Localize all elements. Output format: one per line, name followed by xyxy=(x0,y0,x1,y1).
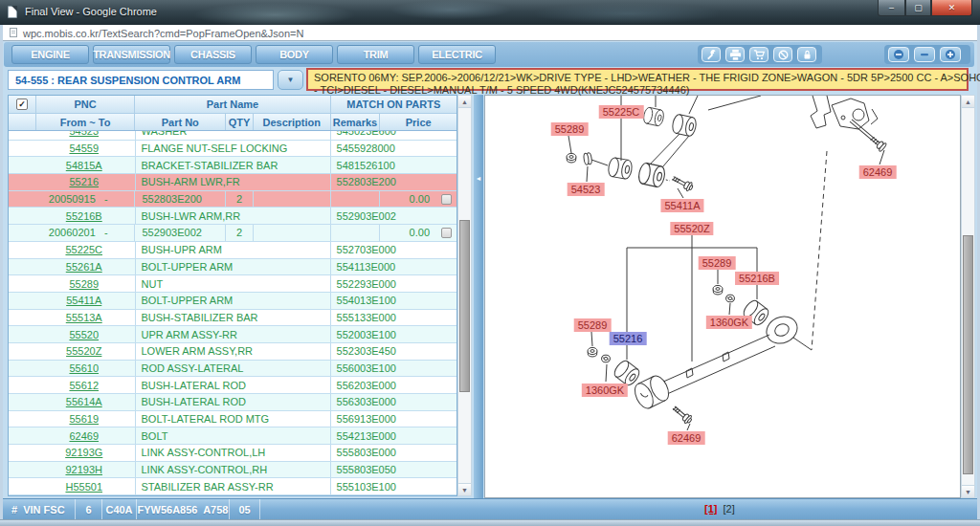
pnc-link[interactable]: 55520 xyxy=(69,329,99,340)
panel-splitter[interactable]: ◄ xyxy=(474,95,483,519)
minus-icon[interactable] xyxy=(914,47,935,62)
title-bar: Final View - Google Chrome – ▢ ✕ xyxy=(0,0,980,25)
table-row[interactable]: 55225CBUSH-UPR ARM552703E000 xyxy=(9,242,457,259)
diagram-label-55289[interactable]: 55289 xyxy=(574,318,612,332)
zoom-out-icon[interactable] xyxy=(888,47,909,62)
wrench-icon[interactable] xyxy=(702,47,721,62)
table-row[interactable]: 62469BOLT554213E000 xyxy=(9,427,457,445)
table-row[interactable]: 55289NUT552293E000 xyxy=(9,275,457,293)
section-dropdown-button[interactable]: ▼ xyxy=(278,70,303,90)
table-row[interactable]: 55216BUSH-ARM LWR,FR552803E200 xyxy=(9,174,457,191)
pnc-link[interactable]: 55225C xyxy=(65,244,102,255)
table-row[interactable]: 54559FLANGE NUT-SELF LOCKING5455928000 xyxy=(9,141,457,158)
status-cell: # VIN FSC xyxy=(0,499,76,519)
table-row[interactable]: H55501STABILIZER BAR ASSY-RR555103E100 xyxy=(9,478,457,495)
diagram-label-55520Z[interactable]: 55520Z xyxy=(670,222,713,235)
table-row[interactable]: 55614ABUSH-LATERAL ROD556303E000 xyxy=(9,394,457,411)
pnc-link[interactable]: 55614A xyxy=(66,396,102,407)
scroll-down-icon[interactable]: ▼ xyxy=(458,483,471,495)
table-scrollbar[interactable]: ▲ ▼ xyxy=(457,95,472,496)
diagram-scrollbar[interactable]: ▲ ▼ xyxy=(961,95,975,498)
pnc-link[interactable]: 62469 xyxy=(69,430,99,442)
pnc-link[interactable]: 92193H xyxy=(65,464,102,475)
select-all-checkbox[interactable]: ✓ xyxy=(16,99,28,110)
scroll-up-icon[interactable]: ▲ xyxy=(962,96,974,108)
pnc-link[interactable]: H55501 xyxy=(65,481,102,493)
table-row[interactable]: 20060201 -552903E00220.00 xyxy=(9,225,457,242)
pnc-link[interactable]: 92193G xyxy=(65,447,102,458)
table-row[interactable]: 54523WASHER545023E600 xyxy=(9,131,457,141)
diagram-label-62469[interactable]: 62469 xyxy=(859,165,897,179)
table-row[interactable]: 92193GLINK ASSY-CONTROL,LH555803E000 xyxy=(9,445,457,462)
cart-icon[interactable] xyxy=(749,47,768,62)
diagram-label-62469[interactable]: 62469 xyxy=(668,431,705,445)
diagram-scrollbar-thumb[interactable] xyxy=(963,235,973,474)
pnc-link[interactable]: 55612 xyxy=(69,380,99,391)
page-link-1[interactable]: [1] xyxy=(704,503,717,515)
pnc-link[interactable]: 54523 xyxy=(69,131,99,137)
pnc-link[interactable]: 55610 xyxy=(69,362,99,374)
diagram-label-55216B[interactable]: 55216B xyxy=(735,272,779,285)
diagram-label-55216[interactable]: 55216 xyxy=(610,332,647,345)
table-scrollbar-thumb[interactable] xyxy=(459,220,470,392)
diagram-labels: 55225C552895452355411A6246955520Z5528955… xyxy=(485,96,960,497)
pnc-link[interactable]: 55216 xyxy=(69,176,99,187)
table-row[interactable]: 55610ROD ASSY-LATERAL556003E100 xyxy=(9,361,457,378)
table-row[interactable]: 55619BOLT-LATERAL ROD MTG556913E000 xyxy=(9,411,457,428)
diagram-label-55289[interactable]: 55289 xyxy=(551,122,589,136)
page-link-2[interactable]: [2] xyxy=(723,503,734,515)
pnc-link[interactable]: 55411A xyxy=(66,295,101,306)
zoom-in-icon[interactable] xyxy=(940,47,961,62)
pnc-link[interactable]: 54815A xyxy=(66,160,102,171)
pnc-link[interactable]: 55513A xyxy=(66,312,102,323)
diagram-label-55225C[interactable]: 55225C xyxy=(599,105,644,119)
toolbar-zoom-group xyxy=(884,45,970,64)
maximize-button[interactable]: ▢ xyxy=(905,0,931,16)
tab-electric[interactable]: ELECTRIC xyxy=(418,45,496,64)
diagram-label-1360GK[interactable]: 1360GK xyxy=(706,316,752,329)
block-icon[interactable] xyxy=(773,47,792,62)
table-row[interactable]: 55261ABOLT-UPPER ARM554113E000 xyxy=(9,259,457,276)
tab-bar: ENGINETRANSMISSIONCHASSISBODYTRIMELECTRI… xyxy=(11,45,496,64)
lock-icon[interactable] xyxy=(797,47,816,62)
tab-engine[interactable]: ENGINE xyxy=(11,45,89,64)
pnc-link[interactable]: 55619 xyxy=(69,413,99,425)
tab-trim[interactable]: TRIM xyxy=(337,45,414,64)
pnc-link[interactable]: 55520Z xyxy=(66,345,101,357)
section-select-value: 54-555 : REAR SUSPENSION CONTROL ARM xyxy=(15,75,240,86)
table-row[interactable]: 55411ABOLT-UPPER ARM554013E100 xyxy=(9,293,457,310)
table-row[interactable]: 54815ABRACKET-STABILIZER BAR5481526100 xyxy=(9,157,457,174)
pnc-link[interactable]: 55261A xyxy=(66,261,102,273)
minimize-button[interactable]: – xyxy=(878,0,905,16)
table-row[interactable]: 20050915 -552803E20020.00 xyxy=(9,191,457,208)
table-row[interactable]: 55216BBUSH-LWR ARM,RR552903E002 xyxy=(9,208,457,225)
splitter-collapse-icon[interactable]: ◄ xyxy=(474,162,483,194)
pnc-link[interactable]: 55216B xyxy=(66,210,102,222)
scroll-down-icon[interactable]: ▼ xyxy=(962,485,974,497)
table-row[interactable]: 55612BUSH-LATERAL ROD556203E000 xyxy=(9,377,457,394)
row-checkbox[interactable] xyxy=(441,194,452,205)
table-row[interactable]: 55520UPR ARM ASSY-RR552003E100 xyxy=(9,326,457,343)
diagram-label-1360GK[interactable]: 1360GK xyxy=(582,384,628,397)
table-row[interactable]: 92193HLINK ASSY-CONTROL,RH555803E050 xyxy=(9,462,457,479)
pnc-link[interactable]: 54559 xyxy=(69,142,99,154)
tab-body[interactable]: BODY xyxy=(256,45,333,64)
row-checkbox[interactable] xyxy=(441,228,452,238)
browser-window: Final View - Google Chrome – ▢ ✕ wpc.mob… xyxy=(0,0,980,526)
diagram-label-54523[interactable]: 54523 xyxy=(568,183,605,196)
pnc-link[interactable]: 55289 xyxy=(69,278,99,290)
table-row[interactable]: 55520ZLOWER ARM ASSY,RR552303E450 xyxy=(9,343,457,361)
url-bar[interactable]: wpc.mobis.co.kr/TextSearch?cmd=PopFrameO… xyxy=(2,25,978,41)
close-button[interactable]: ✕ xyxy=(931,0,972,16)
tab-transmission[interactable]: TRANSMISSION xyxy=(93,45,170,64)
section-select[interactable]: 54-555 : REAR SUSPENSION CONTROL ARM xyxy=(8,70,274,90)
tab-chassis[interactable]: CHASSIS xyxy=(174,45,252,64)
col-header-from-to: From ~ To xyxy=(35,114,135,130)
diagram-label-55411A[interactable]: 55411A xyxy=(660,199,703,212)
scroll-up-icon[interactable]: ▲ xyxy=(458,96,471,108)
category-tab-strip: ENGINETRANSMISSIONCHASSISBODYTRIMELECTRI… xyxy=(4,42,974,67)
printer-icon[interactable] xyxy=(725,47,745,62)
diagram-label-55289[interactable]: 55289 xyxy=(699,256,736,270)
vehicle-spec-line2: - TCI>DIESEL - DIESEL>MANUAL T/M - 5 SPE… xyxy=(314,85,961,95)
table-row[interactable]: 55513ABUSH-STABILIZER BAR555133E000 xyxy=(9,310,457,327)
